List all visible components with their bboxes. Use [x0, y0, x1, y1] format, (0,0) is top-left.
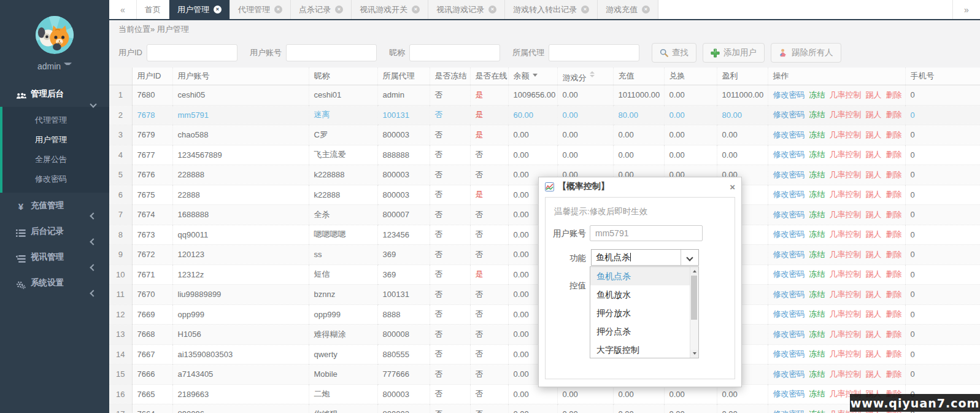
probability-control-link[interactable]: 几率控制	[830, 110, 862, 119]
change-password-link[interactable]: 修改密码	[773, 170, 805, 179]
column-header[interactable]: 所属代理	[377, 68, 430, 85]
delete-link[interactable]: 删除	[886, 349, 902, 358]
probability-control-link[interactable]: 几率控制	[830, 290, 862, 299]
function-option[interactable]: 鱼机放水	[590, 285, 698, 304]
column-header[interactable]: 手机号	[905, 68, 980, 85]
change-password-link[interactable]: 修改密码	[773, 190, 805, 199]
freeze-link[interactable]: 冻结	[809, 369, 825, 379]
delete-link[interactable]: 删除	[886, 130, 902, 139]
freeze-link[interactable]: 冻结	[809, 110, 825, 119]
column-header[interactable]: 昵称	[309, 68, 377, 85]
change-password-link[interactable]: 修改密码	[773, 409, 805, 413]
kick-link[interactable]: 踢人	[866, 190, 882, 199]
combobox-dropdown-button[interactable]	[681, 250, 698, 265]
tabs-scroll-left-button[interactable]: «	[109, 0, 137, 19]
tab[interactable]: 点杀记录×	[291, 0, 352, 19]
kick-link[interactable]: 踢人	[866, 369, 882, 379]
column-header[interactable]: 用户ID	[132, 68, 172, 85]
avatar[interactable]	[36, 16, 74, 54]
freeze-link[interactable]: 冻结	[809, 190, 825, 199]
freeze-link[interactable]: 冻结	[809, 230, 825, 239]
freeze-link[interactable]: 冻结	[809, 389, 825, 398]
filter-input-用户账号[interactable]	[286, 44, 377, 61]
account-field[interactable]: mm5791	[590, 225, 703, 241]
tab-close-icon[interactable]: ×	[214, 6, 222, 14]
probability-control-link[interactable]: 几率控制	[830, 230, 862, 239]
filter-input-昵称[interactable]	[409, 44, 500, 61]
sidebar-item[interactable]: 后台记录	[0, 218, 109, 244]
freeze-link[interactable]: 冻结	[809, 269, 825, 279]
freeze-link[interactable]: 冻结	[809, 330, 825, 339]
dialog-titlebar[interactable]: 【概率控制】 ×	[539, 177, 741, 196]
delete-link[interactable]: 删除	[886, 330, 902, 339]
toolbar-button[interactable]: 添加用户	[703, 43, 765, 63]
tab[interactable]: 视讯游戏记录×	[428, 0, 505, 19]
tab-close-icon[interactable]: ×	[335, 6, 343, 14]
toolbar-button[interactable]: 踢除所有人	[771, 43, 841, 63]
delete-link[interactable]: 删除	[886, 290, 902, 299]
kick-link[interactable]: 踢人	[866, 110, 882, 119]
probability-control-link[interactable]: 几率控制	[830, 250, 862, 259]
probability-control-link[interactable]: 几率控制	[830, 330, 862, 339]
tab[interactable]: 首页	[137, 0, 169, 19]
change-password-link[interactable]: 修改密码	[773, 230, 805, 239]
probability-control-link[interactable]: 几率控制	[830, 190, 862, 199]
probability-control-link[interactable]: 几率控制	[830, 130, 862, 139]
freeze-link[interactable]: 冻结	[809, 290, 825, 299]
probability-control-link[interactable]: 几率控制	[830, 369, 862, 379]
tab[interactable]: 游戏转入转出记录×	[505, 0, 598, 19]
table-row[interactable]: 37679chao588C罗800003否是0.000.000.000.000.…	[109, 125, 980, 145]
function-option[interactable]: 押分放水	[590, 304, 698, 322]
column-header[interactable]: 是否冻结	[430, 68, 470, 85]
kick-link[interactable]: 踢人	[866, 330, 882, 339]
change-password-link[interactable]: 修改密码	[773, 349, 805, 358]
tab[interactable]: 用户管理×	[169, 0, 230, 19]
kick-link[interactable]: 踢人	[866, 250, 882, 259]
delete-link[interactable]: 删除	[886, 269, 902, 279]
column-header[interactable]: 充值	[613, 68, 664, 85]
change-password-link[interactable]: 修改密码	[773, 389, 805, 398]
kick-link[interactable]: 踢人	[866, 230, 882, 239]
delete-link[interactable]: 删除	[886, 309, 902, 318]
sidebar-item[interactable]: 视讯管理	[0, 244, 109, 270]
column-header[interactable]: 操作	[768, 68, 905, 85]
kick-link[interactable]: 踢人	[866, 130, 882, 139]
change-password-link[interactable]: 修改密码	[773, 369, 805, 379]
freeze-link[interactable]: 冻结	[809, 349, 825, 358]
change-password-link[interactable]: 修改密码	[773, 90, 805, 99]
scrollbar-thumb[interactable]	[691, 276, 697, 320]
table-row[interactable]: 27678mm5791迷离100131否是60.000.0080.000.008…	[109, 105, 980, 125]
freeze-link[interactable]: 冻结	[809, 309, 825, 318]
probability-control-link[interactable]: 几率控制	[830, 309, 862, 318]
kick-link[interactable]: 踢人	[866, 269, 882, 279]
column-header[interactable]: 游戏分	[557, 68, 613, 85]
delete-link[interactable]: 删除	[886, 230, 902, 239]
sidebar-submenu-item[interactable]: 全屏公告	[2, 150, 109, 169]
tabs-scroll-right-button[interactable]: »	[952, 0, 980, 19]
column-header[interactable]: 余额	[508, 68, 557, 85]
sidebar-submenu-item[interactable]: 修改密码	[2, 169, 109, 189]
sidebar-submenu-item[interactable]: 用户管理	[2, 130, 109, 150]
delete-link[interactable]: 删除	[886, 110, 902, 119]
tab-close-icon[interactable]: ×	[274, 6, 282, 14]
delete-link[interactable]: 删除	[886, 210, 902, 219]
freeze-link[interactable]: 冻结	[809, 210, 825, 219]
tab-close-icon[interactable]: ×	[642, 6, 650, 14]
change-password-link[interactable]: 修改密码	[773, 130, 805, 139]
probability-control-link[interactable]: 几率控制	[830, 170, 862, 179]
probability-control-link[interactable]: 几率控制	[830, 210, 862, 219]
filter-input-所属代理[interactable]	[549, 44, 639, 61]
user-dropdown[interactable]: admin	[0, 61, 109, 71]
change-password-link[interactable]: 修改密码	[773, 309, 805, 318]
dialog-close-icon[interactable]: ×	[730, 182, 735, 191]
column-header[interactable]: 盈利	[717, 68, 768, 85]
kick-link[interactable]: 踢人	[866, 349, 882, 358]
list-scrollbar[interactable]	[690, 267, 698, 358]
kick-link[interactable]: 踢人	[866, 309, 882, 318]
change-password-link[interactable]: 修改密码	[773, 150, 805, 159]
delete-link[interactable]: 删除	[886, 150, 902, 159]
tab-close-icon[interactable]: ×	[581, 6, 589, 14]
sort-desc-icon[interactable]	[533, 74, 538, 79]
kick-link[interactable]: 踢人	[866, 90, 882, 99]
freeze-link[interactable]: 冻结	[809, 90, 825, 99]
